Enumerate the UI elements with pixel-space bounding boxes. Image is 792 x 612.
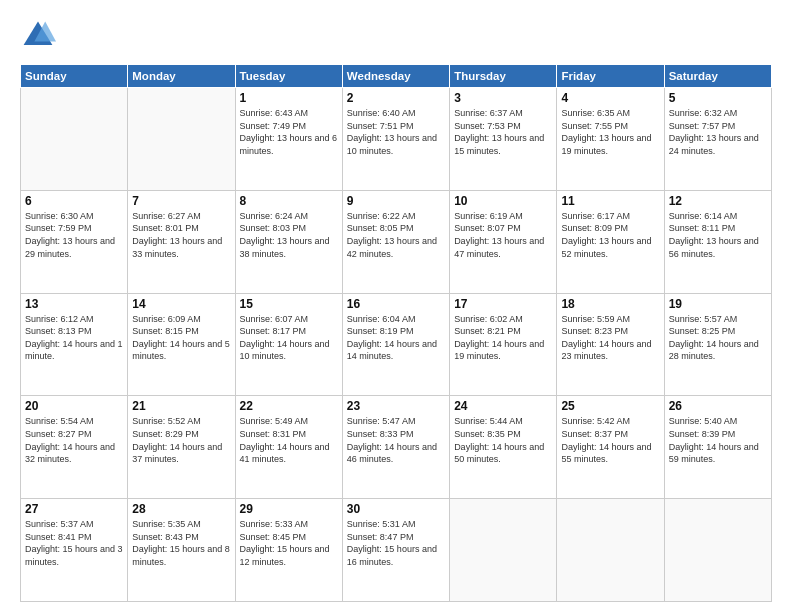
week-row-4: 20Sunrise: 5:54 AM Sunset: 8:27 PM Dayli… bbox=[21, 396, 772, 499]
calendar-cell: 24Sunrise: 5:44 AM Sunset: 8:35 PM Dayli… bbox=[450, 396, 557, 499]
header bbox=[20, 18, 772, 54]
day-info: Sunrise: 6:40 AM Sunset: 7:51 PM Dayligh… bbox=[347, 107, 445, 157]
calendar-cell: 22Sunrise: 5:49 AM Sunset: 8:31 PM Dayli… bbox=[235, 396, 342, 499]
logo bbox=[20, 18, 60, 54]
day-info: Sunrise: 6:04 AM Sunset: 8:19 PM Dayligh… bbox=[347, 313, 445, 363]
days-header-row: SundayMondayTuesdayWednesdayThursdayFrid… bbox=[21, 65, 772, 88]
day-header-saturday: Saturday bbox=[664, 65, 771, 88]
page: SundayMondayTuesdayWednesdayThursdayFrid… bbox=[0, 0, 792, 612]
calendar-cell: 26Sunrise: 5:40 AM Sunset: 8:39 PM Dayli… bbox=[664, 396, 771, 499]
day-number: 10 bbox=[454, 194, 552, 208]
calendar-cell: 8Sunrise: 6:24 AM Sunset: 8:03 PM Daylig… bbox=[235, 190, 342, 293]
calendar-cell: 11Sunrise: 6:17 AM Sunset: 8:09 PM Dayli… bbox=[557, 190, 664, 293]
day-info: Sunrise: 6:02 AM Sunset: 8:21 PM Dayligh… bbox=[454, 313, 552, 363]
day-number: 12 bbox=[669, 194, 767, 208]
calendar-cell: 3Sunrise: 6:37 AM Sunset: 7:53 PM Daylig… bbox=[450, 88, 557, 191]
day-header-friday: Friday bbox=[557, 65, 664, 88]
calendar-cell: 14Sunrise: 6:09 AM Sunset: 8:15 PM Dayli… bbox=[128, 293, 235, 396]
day-info: Sunrise: 6:37 AM Sunset: 7:53 PM Dayligh… bbox=[454, 107, 552, 157]
day-number: 2 bbox=[347, 91, 445, 105]
day-header-wednesday: Wednesday bbox=[342, 65, 449, 88]
day-header-monday: Monday bbox=[128, 65, 235, 88]
day-info: Sunrise: 6:24 AM Sunset: 8:03 PM Dayligh… bbox=[240, 210, 338, 260]
day-number: 8 bbox=[240, 194, 338, 208]
calendar-cell: 15Sunrise: 6:07 AM Sunset: 8:17 PM Dayli… bbox=[235, 293, 342, 396]
day-number: 16 bbox=[347, 297, 445, 311]
day-info: Sunrise: 6:30 AM Sunset: 7:59 PM Dayligh… bbox=[25, 210, 123, 260]
calendar-cell: 25Sunrise: 5:42 AM Sunset: 8:37 PM Dayli… bbox=[557, 396, 664, 499]
day-header-thursday: Thursday bbox=[450, 65, 557, 88]
calendar-cell: 13Sunrise: 6:12 AM Sunset: 8:13 PM Dayli… bbox=[21, 293, 128, 396]
calendar-cell: 29Sunrise: 5:33 AM Sunset: 8:45 PM Dayli… bbox=[235, 499, 342, 602]
calendar-body: 1Sunrise: 6:43 AM Sunset: 7:49 PM Daylig… bbox=[21, 88, 772, 602]
week-row-2: 6Sunrise: 6:30 AM Sunset: 7:59 PM Daylig… bbox=[21, 190, 772, 293]
day-info: Sunrise: 6:35 AM Sunset: 7:55 PM Dayligh… bbox=[561, 107, 659, 157]
day-number: 29 bbox=[240, 502, 338, 516]
day-number: 17 bbox=[454, 297, 552, 311]
day-number: 30 bbox=[347, 502, 445, 516]
calendar-cell: 6Sunrise: 6:30 AM Sunset: 7:59 PM Daylig… bbox=[21, 190, 128, 293]
day-info: Sunrise: 6:12 AM Sunset: 8:13 PM Dayligh… bbox=[25, 313, 123, 363]
day-number: 27 bbox=[25, 502, 123, 516]
day-info: Sunrise: 6:17 AM Sunset: 8:09 PM Dayligh… bbox=[561, 210, 659, 260]
calendar-cell: 21Sunrise: 5:52 AM Sunset: 8:29 PM Dayli… bbox=[128, 396, 235, 499]
day-info: Sunrise: 5:33 AM Sunset: 8:45 PM Dayligh… bbox=[240, 518, 338, 568]
week-row-1: 1Sunrise: 6:43 AM Sunset: 7:49 PM Daylig… bbox=[21, 88, 772, 191]
day-number: 23 bbox=[347, 399, 445, 413]
day-info: Sunrise: 6:14 AM Sunset: 8:11 PM Dayligh… bbox=[669, 210, 767, 260]
day-header-tuesday: Tuesday bbox=[235, 65, 342, 88]
calendar-cell: 10Sunrise: 6:19 AM Sunset: 8:07 PM Dayli… bbox=[450, 190, 557, 293]
day-number: 15 bbox=[240, 297, 338, 311]
calendar-cell: 1Sunrise: 6:43 AM Sunset: 7:49 PM Daylig… bbox=[235, 88, 342, 191]
day-info: Sunrise: 5:44 AM Sunset: 8:35 PM Dayligh… bbox=[454, 415, 552, 465]
day-number: 9 bbox=[347, 194, 445, 208]
day-number: 14 bbox=[132, 297, 230, 311]
day-info: Sunrise: 5:49 AM Sunset: 8:31 PM Dayligh… bbox=[240, 415, 338, 465]
day-info: Sunrise: 6:07 AM Sunset: 8:17 PM Dayligh… bbox=[240, 313, 338, 363]
day-number: 20 bbox=[25, 399, 123, 413]
day-info: Sunrise: 6:19 AM Sunset: 8:07 PM Dayligh… bbox=[454, 210, 552, 260]
day-number: 13 bbox=[25, 297, 123, 311]
calendar-table: SundayMondayTuesdayWednesdayThursdayFrid… bbox=[20, 64, 772, 602]
day-number: 5 bbox=[669, 91, 767, 105]
day-info: Sunrise: 5:54 AM Sunset: 8:27 PM Dayligh… bbox=[25, 415, 123, 465]
calendar-cell: 9Sunrise: 6:22 AM Sunset: 8:05 PM Daylig… bbox=[342, 190, 449, 293]
calendar-cell: 20Sunrise: 5:54 AM Sunset: 8:27 PM Dayli… bbox=[21, 396, 128, 499]
calendar-cell: 23Sunrise: 5:47 AM Sunset: 8:33 PM Dayli… bbox=[342, 396, 449, 499]
day-number: 26 bbox=[669, 399, 767, 413]
day-number: 19 bbox=[669, 297, 767, 311]
calendar-cell: 16Sunrise: 6:04 AM Sunset: 8:19 PM Dayli… bbox=[342, 293, 449, 396]
calendar-cell: 5Sunrise: 6:32 AM Sunset: 7:57 PM Daylig… bbox=[664, 88, 771, 191]
calendar-cell: 18Sunrise: 5:59 AM Sunset: 8:23 PM Dayli… bbox=[557, 293, 664, 396]
day-info: Sunrise: 5:37 AM Sunset: 8:41 PM Dayligh… bbox=[25, 518, 123, 568]
day-number: 1 bbox=[240, 91, 338, 105]
day-number: 21 bbox=[132, 399, 230, 413]
calendar-cell bbox=[21, 88, 128, 191]
day-number: 25 bbox=[561, 399, 659, 413]
calendar-cell bbox=[557, 499, 664, 602]
day-number: 11 bbox=[561, 194, 659, 208]
calendar-cell: 30Sunrise: 5:31 AM Sunset: 8:47 PM Dayli… bbox=[342, 499, 449, 602]
calendar-header: SundayMondayTuesdayWednesdayThursdayFrid… bbox=[21, 65, 772, 88]
day-info: Sunrise: 5:47 AM Sunset: 8:33 PM Dayligh… bbox=[347, 415, 445, 465]
day-info: Sunrise: 6:27 AM Sunset: 8:01 PM Dayligh… bbox=[132, 210, 230, 260]
day-info: Sunrise: 5:31 AM Sunset: 8:47 PM Dayligh… bbox=[347, 518, 445, 568]
calendar-cell: 4Sunrise: 6:35 AM Sunset: 7:55 PM Daylig… bbox=[557, 88, 664, 191]
day-number: 6 bbox=[25, 194, 123, 208]
day-info: Sunrise: 5:35 AM Sunset: 8:43 PM Dayligh… bbox=[132, 518, 230, 568]
week-row-3: 13Sunrise: 6:12 AM Sunset: 8:13 PM Dayli… bbox=[21, 293, 772, 396]
day-info: Sunrise: 5:59 AM Sunset: 8:23 PM Dayligh… bbox=[561, 313, 659, 363]
day-info: Sunrise: 6:22 AM Sunset: 8:05 PM Dayligh… bbox=[347, 210, 445, 260]
calendar-cell: 19Sunrise: 5:57 AM Sunset: 8:25 PM Dayli… bbox=[664, 293, 771, 396]
calendar-cell bbox=[450, 499, 557, 602]
calendar-cell: 2Sunrise: 6:40 AM Sunset: 7:51 PM Daylig… bbox=[342, 88, 449, 191]
day-number: 4 bbox=[561, 91, 659, 105]
day-number: 24 bbox=[454, 399, 552, 413]
calendar-cell bbox=[128, 88, 235, 191]
day-info: Sunrise: 5:40 AM Sunset: 8:39 PM Dayligh… bbox=[669, 415, 767, 465]
day-info: Sunrise: 6:43 AM Sunset: 7:49 PM Dayligh… bbox=[240, 107, 338, 157]
day-info: Sunrise: 6:09 AM Sunset: 8:15 PM Dayligh… bbox=[132, 313, 230, 363]
day-info: Sunrise: 5:42 AM Sunset: 8:37 PM Dayligh… bbox=[561, 415, 659, 465]
day-number: 28 bbox=[132, 502, 230, 516]
day-header-sunday: Sunday bbox=[21, 65, 128, 88]
